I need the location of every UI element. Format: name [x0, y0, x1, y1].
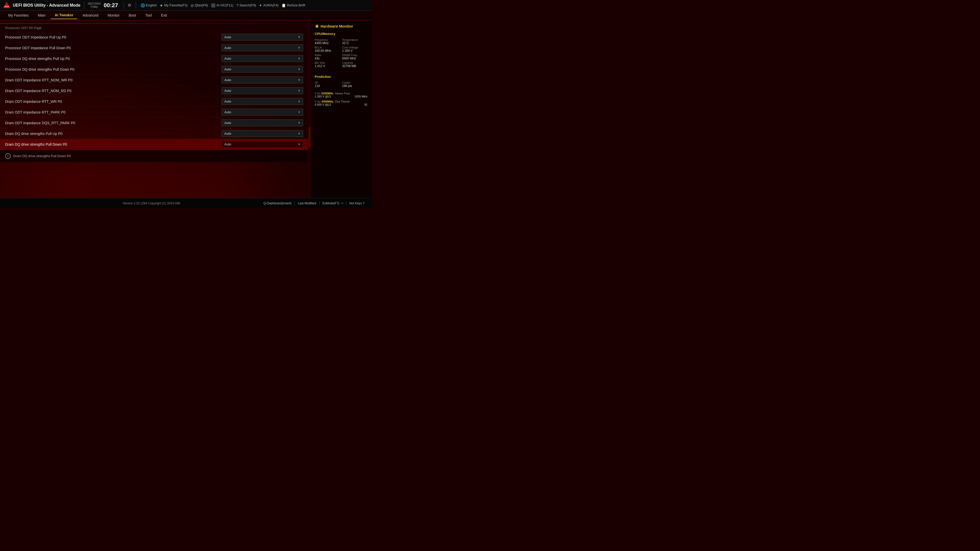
sidebar-title: 🖥 Hardware Monitor — [315, 24, 368, 28]
stat-label: Core Voltage 1.359 V — [342, 46, 368, 52]
toolbar-qfan[interactable]: ◎ Qfan(F6) — [191, 3, 208, 7]
freq-5205-label: 5205MHz — [321, 92, 333, 95]
setting-label: Dram ODT impedance DQS_RTT_PARK P0 — [5, 121, 221, 125]
toolbar-divider — [136, 2, 136, 9]
setting-label: Dram DQ drive strengths Pull Up P0 — [5, 132, 221, 136]
toolbar-favorite[interactable]: ★ My Favorite(F3) — [160, 3, 188, 7]
chevron-down-icon: ▼ — [298, 46, 301, 49]
dropdown-auto-2[interactable]: Auto ▼ — [221, 55, 303, 62]
qfan-icon: ◎ — [191, 3, 194, 7]
toolbar-resizebar[interactable]: 📋 ReSize BAR — [282, 3, 305, 7]
scroll-indicator — [0, 23, 308, 24]
chevron-down-icon: ▼ — [298, 57, 301, 60]
nav-advanced[interactable]: Advanced — [78, 12, 102, 19]
stat-label: Capacity 32768 MB — [342, 61, 368, 68]
chevron-down-icon: ▼ — [298, 100, 301, 103]
dropdown-auto-5[interactable]: Auto ▼ — [221, 87, 303, 94]
setting-label: Dram ODT impedance RTT_NOM_RD P0 — [5, 89, 221, 93]
setting-label: Processor ODT Impedance Pull Down P0 — [5, 46, 221, 50]
info-description: Dram DQ drive strengths Pull Down P0 — [13, 154, 71, 158]
scrollbar-track[interactable] — [308, 21, 310, 198]
nav-boot[interactable]: Boot — [124, 12, 140, 19]
hot-keys-icon: ? — [363, 202, 364, 205]
nav-main[interactable]: Main — [34, 12, 49, 19]
prediction-section-title: Prediction — [315, 75, 368, 79]
stat-label: BCLK 100.00 MHz — [315, 46, 340, 52]
table-row[interactable]: Processor DQ drive strengths Pull Down P… — [0, 64, 308, 75]
dropdown-auto-4[interactable]: Auto ▼ — [221, 76, 303, 83]
last-modified-button[interactable]: Last Modified — [295, 202, 319, 205]
chevron-down-icon: ▼ — [298, 121, 301, 124]
q-dashboard-button[interactable]: Q-Dashboard(Insert) — [260, 202, 295, 205]
footer: Version 2.22.1284 Copyright (C) 2024 AMI… — [0, 198, 372, 208]
toolbar-language[interactable]: 🌐 English — [141, 3, 157, 7]
toolbar-search[interactable]: ? Search(F9) — [236, 3, 256, 7]
table-row[interactable]: Processor ODT Impedance Pull Down P0 Aut… — [0, 43, 308, 53]
chevron-down-icon: ▼ — [298, 143, 301, 146]
app-title: UEFI BIOS Utility - Advanced Mode — [13, 3, 80, 8]
cpu-memory-section-title: CPU/Memory — [315, 32, 368, 36]
chevron-down-icon: ▼ — [298, 36, 301, 38]
pred-item: SP 119 — [315, 81, 340, 88]
dropdown-auto-6[interactable]: Auto ▼ — [221, 98, 303, 105]
stat-label: DRAM Freq. 6400 MHz — [342, 54, 368, 60]
dropdown-auto-7[interactable]: Auto ▼ — [221, 109, 303, 116]
toolbar-aura[interactable]: ✦ AURA(F4) — [259, 3, 278, 7]
info-icon: i — [5, 153, 11, 159]
datetime-display: 09/27/2024 Friday — [88, 2, 100, 8]
content-area: Processor ODT P0 Page Processor ODT Impe… — [0, 21, 308, 198]
dropdown-auto-0[interactable]: Auto ▼ — [221, 34, 303, 41]
table-row[interactable]: Processor DQ drive strengths Pull Up P0 … — [0, 53, 308, 64]
chevron-down-icon: ▼ — [298, 132, 301, 135]
day-display: Friday — [91, 5, 98, 8]
setting-label: Dram ODT impedance RTT_PARK P0 — [5, 110, 221, 114]
resizebar-icon: 📋 — [282, 3, 286, 7]
section-title: Processor ODT P0 Page — [0, 25, 308, 32]
table-row[interactable]: Dram ODT impedance RTT_NOM_RD P0 Auto ▼ — [0, 86, 308, 96]
sidebar-divider — [315, 72, 368, 72]
table-row-selected[interactable]: Dram DQ drive strengths Pull Down P0 Aut… — [0, 139, 308, 150]
stat-label: Temperature 31°C — [342, 38, 368, 45]
navbar: My Favorites Main Ai Tweaker Advanced Mo… — [0, 11, 372, 21]
time-display: 00:27 — [103, 2, 118, 9]
dropdown-auto-9[interactable]: Auto ▼ — [221, 130, 303, 137]
aura-icon: ✦ — [259, 3, 262, 7]
toolbar-aioc[interactable]: ⬛ AI OC(F11) — [211, 3, 233, 7]
ez-mode-button[interactable]: EzMode(F7) ⊣ — [320, 202, 346, 205]
aioc-icon: ⬛ — [211, 3, 215, 7]
table-row[interactable]: Dram ODT impedance RTT_WR P0 Auto ▼ — [0, 96, 308, 107]
prediction-section: Prediction SP 119 Cooler 166 pts V for 5… — [315, 75, 368, 106]
settings-table: Processor ODT Impedance Pull Up P0 Auto … — [0, 32, 308, 150]
version-text: Version 2.22.1284 Copyright (C) 2024 AMI — [42, 202, 260, 205]
nav-monitor[interactable]: Monitor — [103, 12, 124, 19]
scrollbar-thumb[interactable] — [309, 127, 310, 148]
v-for-4300: V for 4300MHz Dos Thresh 0.930 V @L5 91 — [315, 100, 368, 106]
table-row[interactable]: Dram DQ drive strengths Pull Up P0 Auto … — [0, 128, 308, 139]
settings-icon[interactable]: ⚙ — [127, 3, 131, 8]
dropdown-auto-1[interactable]: Auto ▼ — [221, 44, 303, 51]
ez-mode-icon: ⊣ — [340, 202, 343, 205]
setting-label: Processor DQ drive strengths Pull Up P0 — [5, 57, 221, 61]
table-row[interactable]: Processor ODT Impedance Pull Up P0 Auto … — [0, 32, 308, 43]
setting-label: Dram ODT Impedance RTT_NOM_WR P0 — [5, 78, 221, 82]
nav-ai-tweaker[interactable]: Ai Tweaker — [51, 11, 77, 19]
hot-keys-button[interactable]: Hot Keys ? — [346, 202, 368, 205]
table-row[interactable]: Dram ODT impedance DQS_RTT_PARK P0 Auto … — [0, 118, 308, 128]
table-row[interactable]: Dram ODT impedance RTT_PARK P0 Auto ▼ — [0, 107, 308, 118]
dropdown-auto-8[interactable]: Auto ▼ — [221, 119, 303, 126]
table-row[interactable]: Dram ODT Impedance RTT_NOM_WR P0 Auto ▼ — [0, 75, 308, 86]
nav-my-favorites[interactable]: My Favorites — [4, 12, 33, 19]
v-for-5205: V for 5205MHz Heavy Freq 1.260 V @L5 520… — [315, 92, 368, 98]
cpu-memory-stats: Frequency 4300 MHz Temperature 31°C BCLK… — [315, 38, 368, 68]
pred-item: Cooler 166 pts — [342, 81, 368, 88]
dropdown-auto-10[interactable]: Auto ▼ — [221, 141, 303, 148]
header-divider2 — [124, 2, 124, 9]
info-bar: i Dram DQ drive strengths Pull Down P0 — [0, 150, 308, 162]
nav-tool[interactable]: Tool — [141, 12, 156, 19]
toolbar: ⚙ 🌐 English ★ My Favorite(F3) ◎ Qfan(F6)… — [127, 2, 369, 9]
nav-exit[interactable]: Exit — [157, 12, 171, 19]
main-layout: Processor ODT P0 Page Processor ODT Impe… — [0, 21, 372, 198]
globe-icon: 🌐 — [141, 3, 145, 7]
dropdown-auto-3[interactable]: Auto ▼ — [221, 66, 303, 73]
chevron-down-icon: ▼ — [298, 111, 301, 114]
